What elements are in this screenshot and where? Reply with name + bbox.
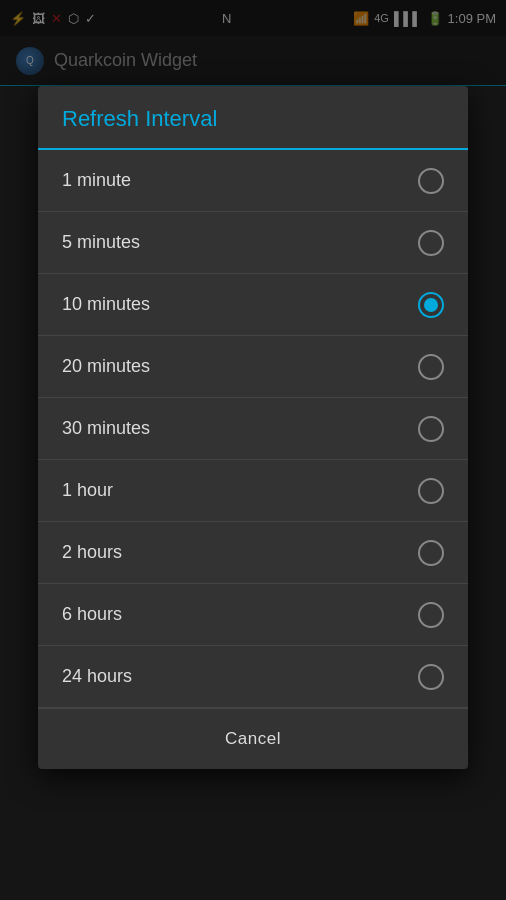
radio-btn-24hr[interactable] xyxy=(418,664,444,690)
options-list: 1 minute5 minutes10 minutes20 minutes30 … xyxy=(38,150,468,708)
option-item-2hr[interactable]: 2 hours xyxy=(38,522,468,584)
radio-btn-20min[interactable] xyxy=(418,354,444,380)
radio-btn-1hr[interactable] xyxy=(418,478,444,504)
option-item-1min[interactable]: 1 minute xyxy=(38,150,468,212)
option-label-1hr: 1 hour xyxy=(62,480,113,501)
option-item-1hr[interactable]: 1 hour xyxy=(38,460,468,522)
option-item-6hr[interactable]: 6 hours xyxy=(38,584,468,646)
option-item-30min[interactable]: 30 minutes xyxy=(38,398,468,460)
option-label-2hr: 2 hours xyxy=(62,542,122,563)
option-item-20min[interactable]: 20 minutes xyxy=(38,336,468,398)
radio-btn-5min[interactable] xyxy=(418,230,444,256)
dialog-footer: Cancel xyxy=(38,708,468,769)
option-item-10min[interactable]: 10 minutes xyxy=(38,274,468,336)
radio-btn-30min[interactable] xyxy=(418,416,444,442)
dialog-title: Refresh Interval xyxy=(38,86,468,150)
radio-btn-2hr[interactable] xyxy=(418,540,444,566)
option-label-10min: 10 minutes xyxy=(62,294,150,315)
option-label-30min: 30 minutes xyxy=(62,418,150,439)
radio-btn-6hr[interactable] xyxy=(418,602,444,628)
option-label-1min: 1 minute xyxy=(62,170,131,191)
cancel-button[interactable]: Cancel xyxy=(205,723,301,755)
option-label-24hr: 24 hours xyxy=(62,666,132,687)
option-label-20min: 20 minutes xyxy=(62,356,150,377)
radio-btn-1min[interactable] xyxy=(418,168,444,194)
option-item-24hr[interactable]: 24 hours xyxy=(38,646,468,708)
option-label-6hr: 6 hours xyxy=(62,604,122,625)
option-label-5min: 5 minutes xyxy=(62,232,140,253)
radio-btn-10min[interactable] xyxy=(418,292,444,318)
option-item-5min[interactable]: 5 minutes xyxy=(38,212,468,274)
refresh-interval-dialog: Refresh Interval 1 minute5 minutes10 min… xyxy=(38,86,468,769)
